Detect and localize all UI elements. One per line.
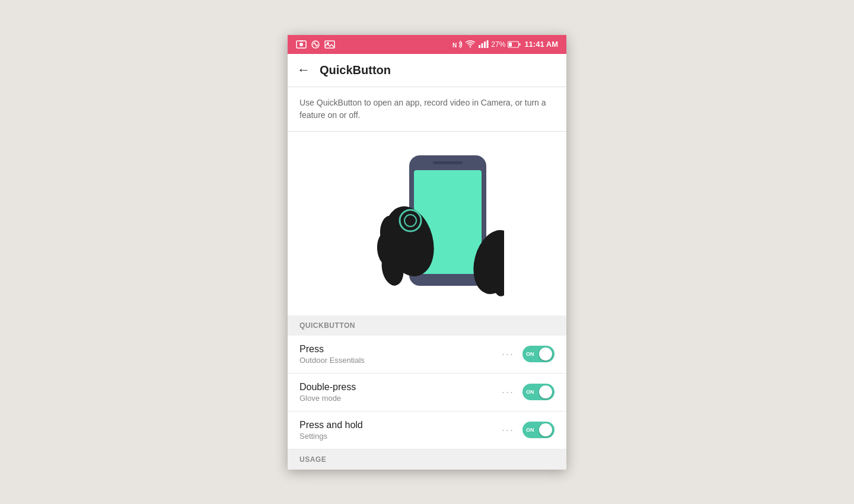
phone-frame: N 27% [288, 35, 566, 470]
press-toggle-label: ON [526, 351, 534, 357]
nfc-icon: N [452, 40, 463, 49]
svg-rect-10 [487, 40, 489, 48]
wifi-icon [465, 40, 476, 49]
double-press-toggle-label: ON [526, 389, 534, 395]
svg-rect-7 [479, 45, 480, 48]
svg-rect-12 [520, 43, 521, 46]
quickbutton-illustration [350, 143, 504, 304]
settings-list: Press Outdoor Essentials ··· ON Double-p… [288, 336, 566, 449]
press-toggle-knob [539, 347, 552, 361]
press-setting-title: Press [299, 344, 502, 355]
svg-rect-13 [509, 42, 512, 46]
double-press-setting-text: Double-press Glove mode [299, 382, 502, 403]
quickbutton-section-header: QUICKBUTTON [288, 315, 566, 336]
double-press-setting-subtitle: Glove mode [299, 394, 502, 403]
svg-rect-9 [484, 42, 486, 48]
app-bar-title: QuickButton [320, 63, 391, 77]
image-icon [324, 40, 335, 49]
description-section: Use QuickButton to open an app, record v… [288, 87, 566, 132]
double-press-setting-item: Double-press Glove mode ··· ON [288, 374, 566, 412]
svg-rect-8 [482, 43, 483, 48]
svg-rect-2 [299, 40, 303, 42]
svg-text:N: N [453, 42, 457, 49]
activity-icon [310, 40, 321, 49]
press-toggle[interactable]: ON [522, 346, 555, 362]
illustration-section [288, 132, 566, 315]
press-hold-more-button[interactable]: ··· [502, 424, 514, 436]
battery-icon [508, 40, 521, 49]
double-press-setting-title: Double-press [299, 382, 502, 393]
press-more-button[interactable]: ··· [502, 348, 514, 361]
screenshot-icon [296, 40, 307, 49]
usage-section-header: USAGE [288, 449, 566, 470]
double-press-more-button[interactable]: ··· [502, 386, 514, 398]
description-text: Use QuickButton to open an app, record v… [299, 97, 555, 122]
press-hold-setting-title: Press and hold [299, 420, 502, 430]
status-bar: N 27% [288, 35, 566, 54]
press-hold-toggle-knob [539, 423, 552, 436]
svg-point-1 [299, 43, 303, 46]
press-setting-item: Press Outdoor Essentials ··· ON [288, 336, 566, 374]
press-setting-subtitle: Outdoor Essentials [299, 356, 502, 365]
press-hold-setting-item: Press and hold Settings ··· ON [288, 412, 566, 449]
signal-icon [478, 40, 489, 49]
svg-rect-16 [433, 161, 463, 164]
app-bar: ← QuickButton [288, 54, 566, 87]
press-setting-text: Press Outdoor Essentials [299, 344, 502, 365]
press-hold-setting-text: Press and hold Settings [299, 420, 502, 441]
back-button[interactable]: ← [297, 62, 310, 78]
double-press-toggle[interactable]: ON [522, 384, 555, 400]
status-time: 11:41 AM [524, 40, 558, 49]
press-hold-toggle[interactable]: ON [522, 422, 555, 438]
double-press-toggle-knob [539, 385, 552, 398]
press-hold-toggle-label: ON [526, 427, 534, 433]
status-bar-left [296, 40, 335, 49]
battery-percentage: 27% [491, 40, 505, 49]
press-hold-setting-subtitle: Settings [299, 432, 502, 441]
status-bar-right: N 27% [452, 40, 558, 49]
